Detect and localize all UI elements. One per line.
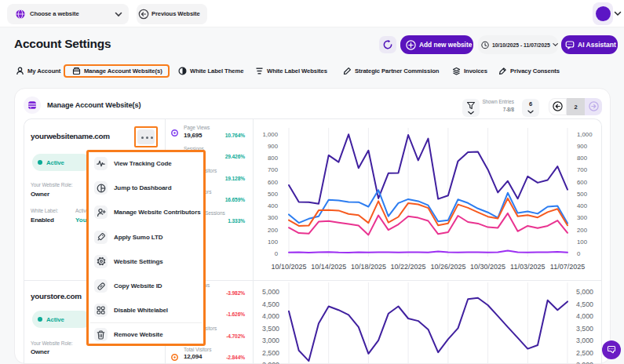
svg-text:800: 800	[268, 155, 279, 162]
svg-text:300: 300	[577, 214, 588, 221]
svg-text:1,000: 1,000	[577, 131, 593, 138]
svg-text:0: 0	[275, 250, 279, 257]
svg-text:300: 300	[268, 214, 279, 221]
svg-text:3,000: 3,000	[576, 337, 593, 344]
svg-text:400: 400	[577, 202, 588, 209]
svg-text:2,500: 2,500	[262, 349, 279, 357]
svg-text:10/14/2025: 10/14/2025	[311, 263, 346, 271]
svg-text:0: 0	[577, 250, 581, 257]
svg-text:100: 100	[577, 238, 588, 246]
svg-text:11/07/2025: 11/07/2025	[550, 263, 585, 271]
svg-text:4,500: 4,500	[262, 300, 279, 308]
svg-text:10/18/2025: 10/18/2025	[351, 263, 386, 271]
svg-text:11/03/2025: 11/03/2025	[510, 263, 545, 271]
svg-text:700: 700	[268, 166, 279, 173]
svg-text:500: 500	[268, 191, 279, 198]
svg-text:1,000: 1,000	[262, 131, 278, 138]
svg-text:900: 900	[268, 143, 279, 150]
svg-text:900: 900	[577, 143, 588, 150]
svg-text:4,000: 4,000	[262, 312, 279, 320]
svg-text:200: 200	[268, 227, 279, 234]
svg-text:10/22/2025: 10/22/2025	[391, 263, 426, 271]
svg-text:700: 700	[577, 166, 588, 173]
svg-text:600: 600	[577, 179, 588, 186]
svg-text:100: 100	[268, 238, 279, 246]
svg-text:3,500: 3,500	[576, 325, 593, 333]
svg-text:2,500: 2,500	[576, 349, 593, 357]
svg-text:5,000: 5,000	[262, 288, 279, 296]
svg-text:4,000: 4,000	[576, 312, 593, 320]
svg-text:10/10/2025: 10/10/2025	[271, 263, 306, 271]
svg-text:500: 500	[577, 191, 588, 198]
svg-text:200: 200	[577, 227, 588, 234]
svg-text:5,000: 5,000	[576, 288, 593, 296]
svg-text:10/26/2025: 10/26/2025	[430, 263, 465, 271]
svg-text:3,000: 3,000	[262, 337, 279, 344]
svg-text:800: 800	[577, 155, 588, 162]
svg-text:2,000: 2,000	[576, 361, 593, 364]
svg-text:3,500: 3,500	[262, 325, 279, 333]
svg-text:2,000: 2,000	[262, 361, 279, 364]
svg-text:10/30/2025: 10/30/2025	[470, 263, 505, 271]
svg-text:600: 600	[268, 179, 279, 186]
svg-text:400: 400	[268, 202, 279, 209]
svg-text:4,500: 4,500	[576, 300, 593, 308]
